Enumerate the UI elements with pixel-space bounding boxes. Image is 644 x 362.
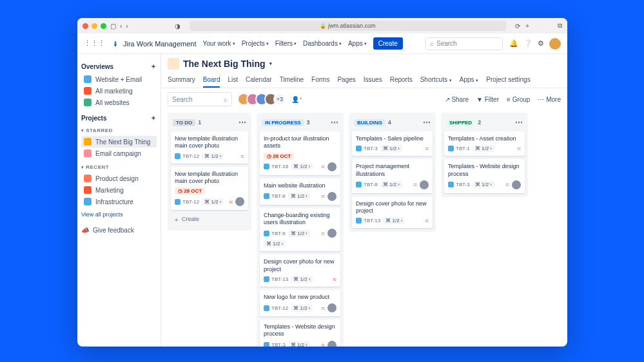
tab-forms[interactable]: Forms (311, 76, 329, 88)
project-title[interactable]: The Next Big Thing ▾ (168, 58, 561, 70)
tab-shortcuts[interactable]: Shortcuts ▾ (420, 76, 452, 88)
status-chip: IN PROGRESS (262, 119, 304, 126)
tab-board[interactable]: Board (203, 76, 220, 88)
sidebar-item-label: Website + Email (95, 76, 142, 83)
tab-pages[interactable]: Pages (337, 76, 355, 88)
tab-calendar[interactable]: Calendar (246, 76, 272, 88)
issue-card[interactable]: Change-boarding existing users illustrat… (260, 208, 340, 252)
tab-issues[interactable]: Issues (364, 76, 382, 88)
shield-icon[interactable]: ◑ (175, 23, 181, 30)
settings-icon[interactable]: ⚙ (538, 39, 544, 48)
sidebar-item[interactable]: Email campaign (81, 148, 157, 159)
create-issue-button[interactable]: ＋Create (171, 213, 248, 227)
help-icon[interactable]: ❔ (523, 39, 532, 48)
nav-dashboards[interactable]: Dashboards▾ (303, 40, 342, 47)
nav-fwd-icon[interactable]: › (126, 23, 128, 30)
nav-your-work[interactable]: Your work▾ (203, 40, 235, 47)
user-avatar[interactable] (549, 38, 561, 50)
view-all-projects-link[interactable]: View all projects (81, 211, 157, 218)
global-search[interactable]: ⌕ Search (425, 37, 503, 50)
issue-card[interactable]: Main website illustrationTBT-6⌘ 1/2 ›≈ (260, 178, 340, 205)
tab-timeline[interactable]: Timeline (280, 76, 304, 88)
sidebar-item-label: Product design (95, 175, 139, 182)
issue-card[interactable]: Templates - Asset creationTBT-1⌘ 1/2 ›≈ (444, 131, 525, 156)
add-people-icon[interactable]: 👤⁺ (291, 96, 302, 103)
column-header[interactable]: IN PROGRESS3⋯ (260, 117, 340, 128)
subtask-badge: ⌘ 1/2 › (291, 163, 313, 170)
nav-apps[interactable]: Apps▾ (348, 40, 367, 47)
search-icon: ⌕ (430, 40, 434, 47)
nav-back-icon[interactable]: ‹ (120, 23, 122, 30)
brand[interactable]: Jira Work Management (112, 40, 197, 48)
jira-logo-icon (112, 40, 119, 48)
refresh-icon[interactable]: ⟳ (515, 23, 520, 30)
issue-card[interactable]: Templates - Website design processTBT-3⌘… (444, 159, 525, 193)
issue-key: TBT-13 (264, 276, 288, 282)
sidebar-item[interactable]: Website + Email (81, 73, 157, 85)
tab-apps[interactable]: Apps ▾ (460, 76, 479, 88)
issue-key: TBT-1 (448, 146, 470, 151)
tab-summary[interactable]: Summary (168, 76, 195, 88)
tabs-overview-icon[interactable]: ⧉ (558, 22, 562, 30)
assignee-filter-avatars[interactable]: +3 (237, 93, 286, 106)
issue-type-icon (356, 146, 362, 151)
group-button[interactable]: ≡ Group (507, 96, 530, 103)
priority-icon: ≈ (506, 181, 510, 188)
status-chip: TO DO (173, 119, 195, 126)
column-more-icon[interactable]: ⋯ (515, 118, 523, 127)
issue-card[interactable]: In-product tour illustration assets◷ 28 … (260, 131, 340, 175)
subtask-badge: ⌘ 1/2 › (473, 181, 494, 188)
card-title: New template illustration main cover pho… (175, 135, 244, 150)
column-more-icon[interactable]: ⋯ (331, 118, 338, 127)
tab-project-settings[interactable]: Project settings (486, 76, 530, 88)
assignee-avatar (327, 303, 337, 312)
sidebar-item-label: All websites (95, 99, 130, 106)
issue-card[interactable]: Templates - Website design processTBT-3⌘… (260, 319, 340, 347)
app-topnav: ⋮⋮⋮ Jira Work Management Your work▾ Proj… (77, 33, 567, 54)
more-button[interactable]: ⋯ More (538, 96, 561, 103)
url-bar[interactable]: 🔒 jwm.atlassian.com (190, 21, 506, 31)
sidebar-item[interactable]: Marketing (81, 184, 157, 196)
issue-card[interactable]: Project management illustrationsTBT-8⌘ 1… (352, 159, 433, 193)
tab-list[interactable]: List (228, 76, 238, 88)
issue-card[interactable]: New template illustration main cover pho… (171, 167, 248, 211)
issue-card[interactable]: Design cover photo for new projectTBT-13… (260, 254, 340, 287)
traffic-lights[interactable] (83, 23, 106, 29)
issue-key: TBT-13 (356, 218, 380, 224)
priority-icon: ≈ (322, 341, 326, 347)
column-more-icon[interactable]: ⋯ (423, 118, 431, 127)
sidebar-item[interactable]: All websites (81, 97, 157, 108)
sidebar-toggle-icon[interactable]: ▢ (110, 23, 116, 30)
add-overview-icon[interactable]: ＋ (150, 62, 157, 71)
sidebar-item[interactable]: All marketing (81, 85, 157, 97)
priority-icon: ≈ (322, 230, 326, 237)
column-todo: TO DO1⋯New template illustration main co… (168, 113, 251, 231)
app-switcher-icon[interactable]: ⋮⋮⋮ (84, 39, 105, 48)
add-project-icon[interactable]: ＋ (150, 113, 157, 122)
issue-card[interactable]: Templates - Sales pipelineTBT-3⌘ 1/2 ›≈ (352, 131, 433, 156)
issue-card[interactable]: New logo for new productTBT-12⌘ 1/2 ›≈ (260, 290, 340, 316)
subtask-badge: ⌘ 1/2 › (202, 198, 224, 205)
assignee-avatar (327, 341, 337, 347)
sidebar-item[interactable]: Infrastructure (81, 196, 157, 207)
nav-filters[interactable]: Filters▾ (275, 40, 297, 47)
create-button[interactable]: Create (373, 37, 403, 50)
notifications-icon[interactable]: 🔔 (509, 39, 518, 48)
board-search[interactable]: Search ⌕ (168, 92, 232, 106)
nav-projects[interactable]: Projects▾ (242, 40, 269, 47)
issue-type-icon (356, 218, 362, 224)
sidebar-item[interactable]: The Next Big Thing (81, 136, 157, 148)
column-more-icon[interactable]: ⋯ (239, 118, 246, 127)
sidebar-item[interactable]: Product design (81, 173, 157, 184)
tab-reports[interactable]: Reports (390, 76, 413, 88)
filter-button[interactable]: ▼ Filter (476, 96, 499, 103)
issue-card[interactable]: New template illustration main cover pho… (171, 131, 248, 164)
give-feedback[interactable]: 📣 Give feedback (81, 227, 157, 234)
new-tab-icon[interactable]: ＋ (524, 21, 531, 30)
column-header[interactable]: TO DO1⋯ (171, 117, 248, 128)
issue-card[interactable]: Design cover photo for new projectTBT-13… (352, 196, 433, 229)
column-header[interactable]: SHIPPED2⋯ (444, 117, 525, 128)
share-button[interactable]: ↗ Share (445, 96, 469, 103)
column-header[interactable]: BUILDING4⋯ (352, 117, 433, 128)
column-count: 3 (307, 119, 310, 126)
